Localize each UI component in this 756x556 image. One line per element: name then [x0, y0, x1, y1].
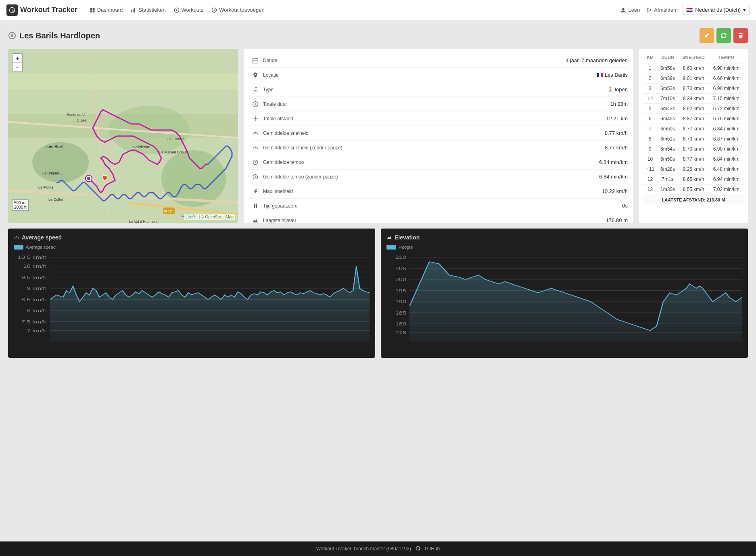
page-title: Les Barils Hardlopen	[8, 31, 100, 40]
svg-text:La Briquet...: La Briquet...	[42, 171, 62, 175]
map-pin-icon	[249, 72, 261, 78]
svg-text:210: 210	[395, 255, 407, 260]
pause-icon	[249, 203, 261, 209]
table-row: 2 6m39s 9.01 km/h 6.66 min/km	[643, 73, 744, 84]
leaflet-link[interactable]: Leaflet	[186, 215, 198, 219]
col-tempo: TEMPO	[709, 53, 744, 63]
svg-text:205: 205	[395, 266, 407, 271]
stats-row-maxsnelheid: Max. snelheid 10.22 km/h	[249, 184, 628, 199]
refresh-button[interactable]	[716, 28, 731, 43]
map-container[interactable]: Les Baril La Briquet... La Flouteri Le C…	[8, 49, 238, 223]
svg-text:Les Baril: Les Baril	[46, 145, 63, 149]
map-credits: Leaflet | © OpenStreetMap	[184, 214, 235, 220]
elevation-legend-color	[386, 245, 396, 250]
nav-add-workout[interactable]: Workout toevoegen	[211, 7, 265, 13]
page-actions	[700, 28, 748, 43]
osm-link[interactable]: © OpenStreetMap	[201, 215, 234, 219]
table-row: 10 6m50s 8.77 km/h 6.84 min/km	[643, 154, 744, 164]
table-row: 12 7m1s 8.65 km/h 6.94 min/km	[643, 174, 744, 185]
stats-row-locatie: Locatie 🇫🇷 Les Barils	[249, 68, 628, 82]
language-selector[interactable]: 🇳🇱 Nederlands (Dutch) ▾	[683, 5, 750, 15]
footer: Workout Tracker, branch master (080a1192…	[0, 541, 756, 556]
gauge-icon	[249, 130, 261, 136]
svg-point-39	[255, 87, 257, 88]
col-snelheid: SNELHEID	[678, 53, 709, 63]
svg-text:180: 180	[395, 321, 407, 327]
svg-rect-44	[256, 204, 257, 208]
zap-icon	[249, 188, 261, 195]
zoom-in[interactable]: +	[13, 54, 22, 63]
nav-workouts[interactable]: Workouts	[174, 7, 204, 13]
svg-text:200: 200	[395, 277, 407, 282]
tempo-icon	[249, 159, 261, 166]
svg-text:190: 190	[395, 299, 407, 304]
nav-logout[interactable]: Afmelden	[646, 7, 676, 13]
svg-text:8 km/h: 8 km/h	[27, 308, 47, 313]
svg-text:Balivienne: Balivienne	[133, 145, 150, 149]
edit-button[interactable]	[700, 28, 714, 43]
svg-text:9 km/h: 9 km/h	[27, 286, 47, 291]
svg-text:7,5 km/h: 7,5 km/h	[21, 319, 47, 325]
top-row: Les Baril La Briquet... La Flouteri Le C…	[8, 49, 748, 223]
brand: Workout Tracker	[6, 4, 77, 16]
stats-row-snelheid: Gemiddelde snelheid 8.77 km/h	[249, 126, 628, 141]
stats-row-datum: Datum 4 jaar, 7 maanden geleden	[249, 53, 628, 68]
svg-text:Route de Ver...: Route de Ver...	[67, 113, 91, 117]
svg-rect-4	[132, 10, 132, 13]
clock-icon	[249, 101, 261, 107]
elevation-chart-svg: 210 205 200 195 190 185 180 176	[386, 253, 742, 342]
nav-dashboard[interactable]: Dashboard	[90, 7, 123, 13]
svg-text:Le Cottin: Le Cottin	[48, 197, 63, 201]
km-footer: LAATSTE AFSTAND: 213.80 M	[643, 194, 744, 204]
stats-row-type: Type 🚶 lopen	[249, 82, 628, 97]
stats-row-tempo: Gemiddelde tempo 6.84 min/km	[249, 155, 628, 170]
svg-rect-0	[90, 8, 92, 10]
svg-point-9	[622, 8, 625, 10]
svg-rect-5	[133, 9, 134, 12]
nav-statistics[interactable]: Statistieken	[131, 7, 165, 13]
svg-text:176: 176	[395, 330, 407, 336]
table-row: 5 6m43s 8.92 km/h 6.72 min/km	[643, 104, 744, 114]
svg-rect-1	[92, 8, 94, 10]
stats-row-snelheid-nopause: Gemiddelde snelheid (zonder pauze) 8.77 …	[249, 141, 628, 155]
svg-rect-38	[253, 59, 258, 63]
elevation-chart-card: Elevation Hoogte	[381, 229, 748, 358]
table-row: 3 6m53s 8.70 km/h 6.90 min/km	[643, 84, 744, 94]
km-table-card: KM DUUR SNELHEID TEMPO 1 6m58s 8.60 km/h…	[639, 49, 748, 223]
svg-text:9,5 km/h: 9,5 km/h	[21, 275, 47, 280]
stats-row-duur: Totale duur 1h 23m	[249, 97, 628, 111]
svg-rect-2	[90, 10, 92, 12]
map: Les Baril La Briquet... La Flouteri Le C…	[8, 49, 238, 223]
charts-row: Average speed Average speed	[8, 229, 748, 358]
col-km: KM	[643, 53, 657, 63]
stats-row-tempo-nopause: Gemiddelde tempo (zonder pauze) 6.84 min…	[249, 170, 628, 184]
svg-rect-6	[134, 8, 135, 12]
elevation-chart-title: Elevation	[386, 234, 742, 241]
svg-text:La France...: La France...	[167, 137, 187, 141]
nav-user[interactable]: Leen	[620, 7, 640, 13]
svg-text:N 12: N 12	[164, 209, 172, 213]
navbar-right: Leen Afmelden 🇳🇱 Nederlands (Dutch) ▾	[620, 5, 750, 15]
table-row: 7 6m50s 8.77 km/h 6.84 min/km	[643, 124, 744, 134]
stats-row-afstand: Totale afstand 12.21 km	[249, 111, 628, 126]
table-row: 9 6m54s 8.70 km/h 6.90 min/km	[643, 144, 744, 154]
speed-chart-card: Average speed Average speed	[8, 229, 375, 358]
svg-text:7 km/h: 7 km/h	[27, 328, 47, 334]
github-link[interactable]: GitHub	[425, 546, 440, 552]
svg-rect-43	[254, 204, 255, 208]
svg-text:10,5 km/h: 10,5 km/h	[18, 255, 47, 260]
svg-text:La Flouteri: La Flouteri	[38, 185, 56, 189]
col-duur: DUUR	[657, 53, 678, 63]
svg-text:8,5 km/h: 8,5 km/h	[21, 297, 47, 302]
table-row: ↓4 7m10s 8.39 km/h 7.15 min/km	[643, 94, 744, 104]
speed-chart-svg: 10,5 km/h 10 km/h 9,5 km/h 9 km/h 8,5 km…	[14, 253, 370, 342]
type-icon	[249, 86, 261, 93]
svg-point-37	[102, 175, 107, 180]
map-scale: 500 m 2000 ft	[12, 199, 29, 211]
table-row: 1 6m58s 8.60 km/h 6.98 min/km	[643, 63, 744, 73]
stats-row-laagste: Laagste niveau 176.80 m	[249, 213, 628, 223]
main-content: Les Barils Hardlopen	[0, 20, 756, 541]
zoom-out[interactable]: −	[13, 63, 22, 71]
delete-button[interactable]	[733, 28, 748, 43]
table-row: 13 1m30s 8.55 km/h 7.02 min/km	[643, 185, 744, 195]
